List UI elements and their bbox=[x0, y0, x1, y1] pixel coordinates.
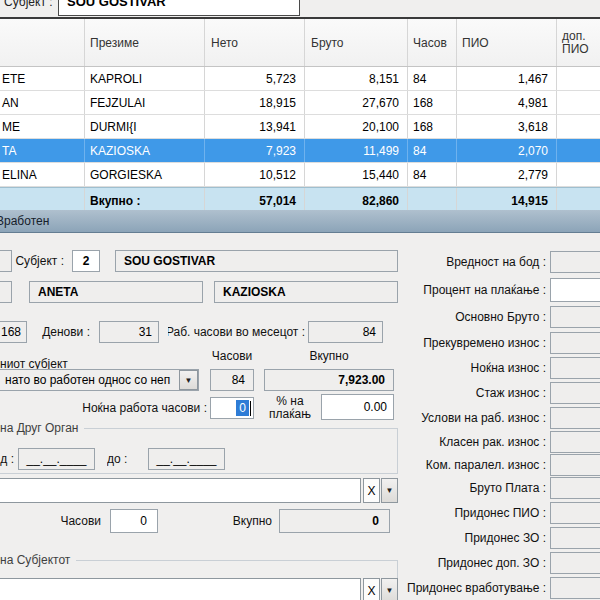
header-pio: ПИО bbox=[457, 19, 557, 66]
subject-work-combobox[interactable] bbox=[0, 578, 361, 600]
cell-neto: 5,723 bbox=[205, 67, 305, 90]
last-name-field: KAZIOSKA bbox=[214, 281, 398, 303]
right-label-klasen: Класен рак. износ : bbox=[380, 431, 546, 453]
cell-hours: 84 bbox=[408, 139, 457, 162]
header-neto: Нето bbox=[205, 19, 305, 66]
total-column-label: Вкупно bbox=[264, 345, 394, 367]
cell-hours: 84 bbox=[408, 163, 457, 186]
cell-name: AN bbox=[0, 91, 85, 114]
cell-name: ME bbox=[0, 115, 85, 138]
days-field: 31 bbox=[99, 321, 159, 343]
right-field-pridones-zo bbox=[550, 527, 600, 549]
cell-name: ELINA bbox=[0, 163, 85, 186]
subject-code-field[interactable]: 2 bbox=[72, 250, 100, 272]
cell-surname: KAPROLI bbox=[85, 67, 205, 90]
subject-name-field: SOU GOSTIVAR bbox=[115, 250, 398, 272]
right-label-uslovi: Услови на раб. износ : bbox=[380, 407, 546, 429]
right-label-nokna: Ноќна износ : bbox=[380, 357, 546, 379]
table-row[interactable]: ME DURMI{I 13,941 20,100 168 3,618 bbox=[0, 115, 600, 139]
right-label-prekuvremeno: Прекувремено износ : bbox=[380, 332, 546, 354]
chevron-down-icon: ▼ bbox=[185, 376, 193, 385]
from-date-field[interactable]: __.__.____ bbox=[18, 448, 95, 470]
cell-hours: 84 bbox=[408, 67, 457, 90]
hours2-label: Часови bbox=[50, 510, 101, 532]
selected-text: 0 bbox=[236, 400, 249, 416]
right-label-pridones-dop-zo: Придонес доп. ЗО : bbox=[380, 552, 546, 574]
right-field-osnovno-bruto bbox=[550, 306, 600, 328]
cell-hours: 168 bbox=[408, 91, 457, 114]
other-organ-clear-button[interactable]: X bbox=[363, 478, 380, 503]
top-subject-label: Субјект : bbox=[4, 0, 53, 13]
subject-work-group-label: на Субјектот bbox=[0, 553, 76, 567]
table-header-row: Презиме Нето Бруто Часов ПИО доп.ПИО bbox=[0, 19, 600, 67]
other-organ-combobox[interactable] bbox=[0, 478, 361, 503]
right-field-prekuvremeno bbox=[550, 332, 600, 354]
right-label-staz: Стаж износ : bbox=[380, 382, 546, 404]
right-field-staz bbox=[550, 382, 600, 404]
header-bruto: Бруто bbox=[305, 19, 408, 66]
payroll-app-window: Субјект : SOU GOSTIVAR Презиме Нето Брут… bbox=[0, 0, 600, 600]
pct-pay-label: % наплаќањ bbox=[264, 394, 316, 422]
cell-hours: 168 bbox=[408, 115, 457, 138]
right-field-pridones-pio bbox=[550, 502, 600, 524]
right-field-procent[interactable] bbox=[550, 278, 600, 302]
work-relation-dropdown-button[interactable]: ▼ bbox=[179, 370, 198, 390]
from-date-label: д : bbox=[0, 448, 14, 470]
total2-label: Вкупно bbox=[220, 510, 272, 532]
cell-bruto: 11,499 bbox=[305, 139, 408, 162]
days-label: Денови : bbox=[30, 321, 90, 343]
cell-bruto: 15,440 bbox=[305, 163, 408, 186]
right-field-kom-paralel bbox=[550, 454, 600, 476]
table-row-selected[interactable]: TA KAZIOSKA 7,923 11,499 84 2,070 bbox=[0, 139, 600, 163]
right-label-pridones-vrabotuvanje: Придонес вработување : bbox=[380, 577, 546, 599]
night-work-input[interactable]: 0 bbox=[210, 397, 254, 419]
text-caret bbox=[250, 401, 251, 416]
cell-dop-pio bbox=[557, 163, 600, 186]
month-hours-field: 84 bbox=[308, 321, 383, 343]
employee-section-bar: Вработен bbox=[0, 210, 600, 233]
cell-surname: DURMI{I bbox=[85, 115, 205, 138]
cell-pio: 4,981 bbox=[457, 91, 557, 114]
employee-table: Презиме Нето Бруто Часов ПИО доп.ПИО ETE… bbox=[0, 17, 600, 208]
header-dop-pio: доп.ПИО bbox=[557, 19, 600, 66]
cell-pio: 3,618 bbox=[457, 115, 557, 138]
right-label-procent: Процент на плаќање : bbox=[380, 279, 546, 301]
header-name bbox=[0, 19, 85, 66]
month-hours-label: Раб. часови во месецот : bbox=[168, 321, 305, 343]
table-row[interactable]: ETE KAPROLI 5,723 8,151 84 1,467 bbox=[0, 67, 600, 91]
cell-dop-pio bbox=[557, 91, 600, 114]
right-label-kom-paralel: Ком. паралел. износ : bbox=[380, 454, 546, 476]
right-label-osnovno-bruto: Основно Бруто : bbox=[380, 306, 546, 328]
work-relation-dropdown[interactable]: нато во работен однос со неп bbox=[0, 369, 199, 391]
first-name-field: ANETA bbox=[29, 281, 203, 303]
top-subject-value: SOU GOSTIVAR bbox=[67, 0, 166, 9]
subject-work-clear-button[interactable]: X bbox=[363, 578, 380, 600]
right-label-bruto-plata: Бруто Плата : bbox=[380, 477, 546, 499]
cell-surname: GORGIESKA bbox=[85, 163, 205, 186]
subject-label: Субјект : bbox=[0, 250, 64, 272]
cell-bruto: 20,100 bbox=[305, 115, 408, 138]
cell-surname: KAZIOSKA bbox=[85, 139, 205, 162]
cell-pio: 1,467 bbox=[457, 67, 557, 90]
cell-bruto: 8,151 bbox=[305, 67, 408, 90]
table-row[interactable]: ELINA GORGIESKA 10,512 15,440 84 2,779 bbox=[0, 163, 600, 187]
hours-column-label: Часови bbox=[206, 345, 258, 367]
hours2-input[interactable]: 0 bbox=[110, 509, 158, 533]
right-label-vrednost: Вредност на бод : bbox=[380, 251, 546, 273]
cell-name: ETE bbox=[0, 67, 85, 90]
work-total-field: 7,923.00 bbox=[264, 369, 394, 391]
right-field-pridones-dop-zo bbox=[550, 552, 600, 574]
employee-section-title: Вработен bbox=[0, 214, 49, 228]
cell-name: TA bbox=[0, 139, 85, 162]
cell-neto: 18,915 bbox=[205, 91, 305, 114]
cell-pio: 2,779 bbox=[457, 163, 557, 186]
cell-neto: 10,512 bbox=[205, 163, 305, 186]
table-row[interactable]: AN FEJZULAI 18,915 27,670 168 4,981 bbox=[0, 91, 600, 115]
clipped-field-left-2 bbox=[0, 281, 12, 303]
other-organ-group-label: на Друг Орган bbox=[0, 421, 84, 435]
right-field-nokna bbox=[550, 357, 600, 379]
to-date-field[interactable]: __.__.____ bbox=[148, 448, 225, 470]
header-surname: Презиме bbox=[85, 19, 205, 66]
right-label-pridones-zo: Придонес ЗО : bbox=[380, 527, 546, 549]
cell-dop-pio bbox=[557, 139, 600, 162]
